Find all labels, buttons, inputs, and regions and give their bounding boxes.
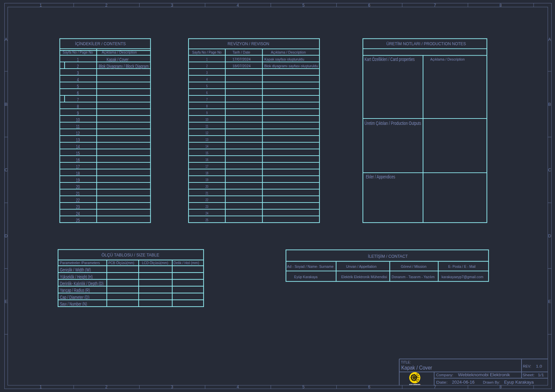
svg-text:Kapak / Cover: Kapak / Cover [107, 57, 129, 62]
svg-text:9: 9 [77, 111, 79, 116]
svg-text:6: 6 [77, 91, 79, 96]
svg-text:8: 8 [499, 3, 502, 8]
svg-text:3: 3 [206, 71, 208, 75]
svg-text:2: 2 [105, 3, 108, 8]
svg-text:E: E [5, 299, 7, 304]
svg-text:21: 21 [206, 191, 209, 195]
svg-text:14: 14 [206, 145, 209, 148]
svg-text:D: D [5, 234, 8, 238]
svg-text:24: 24 [206, 212, 209, 215]
svg-text:10: 10 [206, 118, 209, 122]
svg-text:11: 11 [76, 124, 80, 129]
svg-text:D: D [548, 234, 551, 238]
svg-text:İÇİNDEKİLER / CONTENTS: İÇİNDEKİLER / CONTENTS [75, 41, 126, 46]
svg-text:Date:: Date: [436, 380, 447, 384]
svg-text:E: E [548, 299, 551, 304]
svg-text:Blok Diyagramı / Block Diagram: Blok Diyagramı / Block Diagram [99, 64, 149, 69]
svg-text:Sayı / Number (N): Sayı / Number (N) [60, 301, 87, 307]
svg-text:2: 2 [77, 64, 79, 69]
svg-text:23: 23 [76, 205, 80, 210]
svg-text:1: 1 [40, 385, 42, 389]
svg-text:13: 13 [206, 138, 209, 142]
svg-text:B: B [5, 102, 7, 107]
svg-text:Sayfa No / Page No: Sayfa No / Page No [63, 51, 93, 54]
svg-text:19: 19 [206, 178, 209, 182]
svg-text:A: A [5, 37, 8, 42]
svg-text:B: B [548, 102, 551, 107]
svg-text:A: A [548, 37, 551, 42]
svg-text:Genişlik / Width (W): Genişlik / Width (W) [60, 267, 91, 272]
svg-text:8: 8 [206, 104, 208, 108]
svg-text:Ad - Soyad / Name- Surname: Ad - Soyad / Name- Surname [287, 264, 334, 268]
svg-text:20: 20 [76, 184, 80, 189]
svg-text:Derinlik- Kalınlık / Depth (D): Derinlik- Kalınlık / Depth (D) [60, 281, 103, 286]
svg-text:6: 6 [368, 3, 370, 8]
svg-text:Eyup Karakaya: Eyup Karakaya [504, 380, 534, 385]
svg-text:1/1: 1/1 [538, 373, 544, 377]
svg-text:LCD Ölçüsü(mm): LCD Ölçüsü(mm) [142, 261, 168, 265]
svg-text:18: 18 [206, 171, 209, 175]
svg-text:Açıklama / Description: Açıklama / Description [430, 58, 465, 61]
svg-text:10: 10 [76, 117, 80, 123]
svg-text:21: 21 [76, 191, 80, 196]
svg-text:7: 7 [434, 385, 436, 389]
svg-text:18: 18 [76, 171, 80, 176]
svg-text:Drawn By:: Drawn By: [483, 380, 500, 384]
svg-text:Unvan / Appellation: Unvan / Appellation [346, 264, 376, 268]
svg-text:9: 9 [206, 111, 208, 115]
svg-text:6: 6 [368, 385, 370, 389]
svg-text:1: 1 [206, 58, 208, 61]
svg-text:Tarih / Date: Tarih / Date [232, 51, 250, 54]
svg-text:4: 4 [237, 3, 239, 8]
svg-text:İLETİŞİM / CONTACT: İLETİŞİM / CONTACT [368, 254, 408, 259]
svg-text:5: 5 [77, 84, 79, 89]
svg-text:22: 22 [76, 198, 80, 203]
svg-text:25: 25 [206, 218, 209, 222]
svg-text:5: 5 [206, 84, 208, 88]
svg-text:Company:: Company: [436, 373, 453, 377]
svg-text:8: 8 [499, 385, 502, 389]
svg-text:5: 5 [302, 3, 305, 8]
svg-text:7: 7 [77, 97, 79, 102]
svg-text:Çap / Diameter (D): Çap / Diameter (D) [60, 295, 89, 300]
svg-text:Yarıçap / Radius (R): Yarıçap / Radius (R) [60, 288, 90, 293]
svg-text:Ekler / Appendices: Ekler / Appendices [366, 174, 395, 179]
svg-text:17: 17 [76, 164, 80, 169]
svg-text:Blok diyagramı sayfası oluştur: Blok diyagramı sayfası oluşturuldu [264, 64, 318, 68]
svg-text:12: 12 [76, 131, 80, 136]
svg-text:15: 15 [76, 151, 80, 156]
svg-text:6: 6 [206, 91, 208, 95]
svg-text:Donanım - Tasarım - Yazılım: Donanım - Tasarım - Yazılım [392, 275, 435, 279]
svg-text:Eyüp Karakaya: Eyüp Karakaya [294, 275, 318, 279]
svg-text:REVİZYON / REVISON: REVİZYON / REVISON [227, 41, 269, 46]
svg-text:Elektrik Elektronik Mühendisi: Elektrik Elektronik Mühendisi [341, 275, 387, 279]
svg-text:3: 3 [171, 385, 173, 389]
svg-text:25: 25 [76, 218, 80, 223]
svg-text:15: 15 [206, 151, 209, 155]
svg-text:16: 16 [206, 158, 209, 162]
svg-text:C: C [548, 168, 551, 172]
svg-text:Parametreler /Parameters: Parametreler /Parameters [60, 261, 100, 265]
svg-text:Delik / Hol (mm): Delik / Hol (mm) [174, 261, 199, 265]
svg-text:PCB Ölçüsü(mm): PCB Ölçüsü(mm) [108, 261, 134, 265]
svg-text:3: 3 [171, 3, 173, 8]
svg-text:4: 4 [237, 385, 239, 389]
svg-text:3: 3 [77, 71, 79, 76]
svg-text:Sayfa No / Page No: Sayfa No / Page No [192, 51, 222, 54]
svg-text:23: 23 [206, 205, 209, 209]
svg-text:12: 12 [206, 131, 209, 135]
svg-text:20: 20 [206, 185, 209, 188]
svg-text:Üretim Çıktıları / Production: Üretim Çıktıları / Production Outputs [364, 120, 421, 126]
svg-text:22: 22 [206, 198, 209, 202]
svg-text:Kapak sayfası oluşturuldu: Kapak sayfası oluşturuldu [264, 58, 304, 61]
svg-text:5: 5 [302, 385, 305, 389]
svg-text:EYÜP KARAKAYA: EYÜP KARAKAYA [409, 384, 420, 385]
svg-text:14: 14 [76, 144, 80, 149]
svg-text:C: C [5, 168, 8, 172]
svg-text:Webteknomobi Elektronik: Webteknomobi Elektronik [458, 373, 510, 377]
svg-text:ÖLÇÜ TABLOSU / SIZE TABLE: ÖLÇÜ TABLOSU / SIZE TABLE [101, 252, 159, 257]
svg-text:REV:: REV: [523, 364, 531, 368]
svg-text:17: 17 [206, 165, 209, 168]
svg-text:1: 1 [77, 57, 79, 62]
svg-text:Kart Özellikleri / Card proper: Kart Özellikleri / Card properties [364, 56, 415, 62]
